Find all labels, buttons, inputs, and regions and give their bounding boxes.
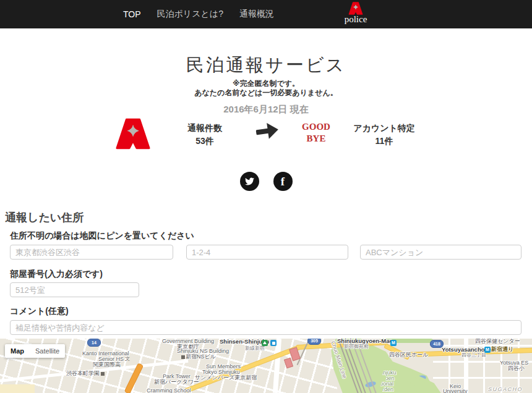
minpaku-police-logo-icon — [338, 2, 374, 15]
goodbye-line-2: BYE — [296, 133, 337, 145]
stat-reports-count: 53件 — [171, 135, 239, 148]
stat-accounts-label: アカウント特定 — [344, 122, 424, 135]
map-button[interactable]: Map — [5, 344, 30, 358]
map-label: 新宿パークタワー — [154, 379, 199, 385]
current-date: 2016年6月12日 現在 — [0, 104, 532, 116]
map-label: 関東国際高 — [93, 362, 121, 368]
bldg-map-icon — [101, 372, 105, 376]
twitter-icon[interactable] — [240, 172, 259, 191]
map-label: 新線新宿 — [245, 345, 265, 351]
map-label: 四谷三丁目 — [461, 352, 486, 358]
route-shield: 418 — [430, 340, 444, 348]
stat-reports-label: 通報件数 — [171, 122, 239, 135]
arrow-right-icon — [254, 121, 280, 143]
satellite-button[interactable]: Satellite — [30, 344, 65, 358]
map-label: 新宿NSビル — [186, 354, 216, 360]
address-building-input[interactable] — [360, 245, 521, 260]
nav-item-2[interactable]: 通報概況 — [239, 9, 274, 20]
train-map-icon — [270, 340, 277, 346]
map-label: SUGACHO — [488, 387, 523, 392]
tree-map-icon — [262, 340, 268, 346]
map-label: 四谷保健センター — [475, 339, 520, 344]
route-shield: 14 — [87, 339, 101, 347]
map-label: Cramming School — [147, 388, 191, 393]
map-label: サンメンバーズ東京新宿 — [195, 375, 257, 381]
nav-logo[interactable]: police — [338, 2, 374, 24]
metro-map-icon: M — [390, 340, 397, 346]
facebook-icon[interactable]: f — [273, 172, 293, 191]
nav-item-1[interactable]: 民泊ポリスとは? — [157, 9, 223, 20]
map-label: 渋谷本町学園 — [66, 371, 100, 376]
metro-map-icon: M — [484, 347, 491, 353]
goodbye-line-1: GOOD — [296, 121, 337, 133]
nav-item-0[interactable]: TOP — [123, 9, 141, 19]
top-nav: TOP民泊ポリスとは?通報概況 police — [0, 0, 532, 28]
map-label: 新宿通り — [491, 347, 513, 352]
stat-reports: 通報件数 53件 — [171, 122, 239, 148]
minpaku-police-logo — [115, 118, 151, 152]
page-title: 民泊通報サービス — [0, 53, 532, 78]
stat-accounts-count: 11件 — [344, 135, 424, 148]
stat-accounts: アカウント特定 11件 — [344, 122, 424, 148]
room-number-input[interactable] — [10, 282, 139, 297]
comment-input[interactable] — [10, 320, 521, 335]
address-city-input[interactable] — [10, 245, 173, 260]
comment-label: コメント(任意) — [10, 306, 69, 317]
google-map[interactable]: Government Building東京都庁Kanto Internation… — [0, 339, 532, 393]
map-label: 四谷区民ホール — [389, 352, 428, 358]
map-label: Shinjukugyoen-Mae — [337, 339, 393, 344]
address-block-input[interactable] — [186, 245, 348, 260]
section-title-address: 通報したい住所 — [5, 210, 84, 225]
map-label: 新宿御苑前 — [344, 344, 369, 349]
address-hint-label: 住所不明の場合は地図にピンを置いてください — [10, 230, 194, 242]
map-type-control: Map Satellite — [5, 344, 65, 358]
map-label: 四谷小 — [508, 366, 525, 371]
room-number-label: 部屋番号(入力必須です) — [10, 269, 103, 280]
goodbye-text: GOOD BYE — [296, 121, 337, 145]
map-label: University — [443, 389, 468, 393]
nav-items: TOP民泊ポリスとは?通報概況 — [123, 0, 274, 28]
route-shield: 305 — [307, 339, 321, 345]
bldg-map-icon — [181, 355, 185, 359]
social-links: f — [0, 172, 532, 191]
facebook-f-glyph: f — [281, 172, 285, 190]
map-area-patch — [0, 384, 35, 393]
mon-map-icon: 文 — [125, 355, 130, 362]
hero-subtitle-2: あなたの名前などは一切必要ありません。 — [0, 88, 532, 98]
nav-logo-text: police — [338, 15, 374, 24]
